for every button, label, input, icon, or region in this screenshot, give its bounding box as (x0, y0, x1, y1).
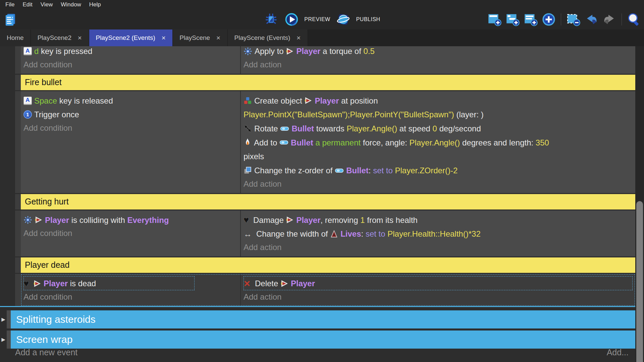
actions-cell: Apply to Player a torque of 0.5Add actio… (241, 46, 635, 74)
menu-bar: FileEditViewWindowHelp (0, 0, 644, 9)
add-circle-icon[interactable] (541, 12, 556, 27)
action-instruction[interactable]: ♥Damage Player, removing 1 from its heal… (244, 213, 633, 227)
add-condition-button[interactable]: Add condition (23, 121, 237, 135)
vertical-scrollbar[interactable] (635, 46, 644, 362)
collapse-arrow-icon[interactable]: ▶ (0, 330, 7, 349)
player-ship-icon (286, 216, 294, 224)
undo-icon[interactable] (584, 12, 599, 27)
close-icon[interactable]: ✕ (296, 35, 301, 41)
add-menu-button[interactable]: Add... (607, 348, 629, 357)
event-drag-handle[interactable] (15, 210, 21, 256)
group-title[interactable]: Screen wrap (11, 330, 635, 349)
action-instruction[interactable]: Add to Bullet a permanent force, angle: … (244, 135, 633, 149)
conditions-cell: ASpace key is released1Trigger onceAdd c… (21, 91, 241, 193)
add-condition-button[interactable]: Add condition (23, 290, 237, 304)
preview-button[interactable]: PREVIEW (284, 12, 330, 26)
add-new-event-button[interactable]: Add a new event (15, 348, 77, 357)
heart-icon: ♥ (23, 277, 31, 290)
menu-view[interactable]: View (37, 1, 57, 8)
add-action-button[interactable]: Add action (244, 290, 633, 304)
menu-edit[interactable]: Edit (18, 1, 36, 8)
close-icon[interactable]: ✕ (77, 35, 82, 41)
instruction-text: Add to (254, 138, 279, 147)
collapse-arrow-icon[interactable]: ▶ (0, 310, 7, 328)
comment-text[interactable]: Player dead (21, 257, 635, 273)
instruction-text: 0 (433, 124, 437, 133)
instruction-text: 0.5 (364, 47, 375, 56)
condition-instruction[interactable]: ♥Player is dead (23, 276, 195, 290)
event-drag-handle[interactable] (15, 257, 21, 273)
condition-instruction[interactable]: ASpace key is released (23, 94, 237, 108)
search-icon[interactable] (627, 12, 641, 27)
bullet-icon (280, 126, 289, 131)
action-instruction[interactable]: Create object Player at position (244, 94, 633, 108)
tab-playscene2-events-[interactable]: PlayScene2 (Events)✕ (89, 29, 173, 46)
bullet-icon (335, 168, 344, 173)
tab-home[interactable]: Home (0, 29, 31, 46)
add-action-button[interactable]: Add action (244, 241, 633, 254)
menu-help[interactable]: Help (85, 1, 105, 8)
comment-text[interactable]: Getting hurt (21, 194, 635, 209)
zorder-icon (244, 166, 252, 175)
group-drag-handle[interactable] (7, 330, 11, 349)
group-title[interactable]: Splitting asteroids (11, 310, 635, 328)
condition-instruction[interactable]: 1Trigger once (23, 107, 237, 121)
standard-event[interactable]: ASpace key is released1Trigger onceAdd c… (21, 91, 635, 193)
instruction-text: pixels (244, 152, 264, 161)
event-row: Player is colliding with EverythingAdd c… (0, 210, 635, 256)
condition-instruction[interactable]: Ad key is pressed (23, 46, 237, 58)
standard-event[interactable]: Ad key is pressedAdd conditionApply to P… (21, 46, 635, 74)
add-action-button[interactable]: Add action (244, 58, 633, 71)
action-instruction[interactable]: ↔Change the width of Lives: set to Playe… (244, 227, 633, 241)
menu-file[interactable]: File (1, 1, 18, 8)
project-manager-icon[interactable] (3, 12, 18, 27)
scrollbar-thumb[interactable] (636, 201, 643, 362)
group-drag-handle[interactable] (7, 310, 11, 328)
standard-event[interactable]: ♥Player is deadAdd condition✕Delete Play… (21, 274, 635, 306)
action-instruction[interactable]: Rotate Bullet towards Player.Angle() at … (244, 121, 633, 135)
instruction-text: Player (296, 47, 320, 56)
redo-icon[interactable] (602, 12, 617, 27)
event-drag-handle[interactable] (15, 46, 21, 74)
row-indent (0, 194, 15, 209)
publish-button[interactable]: PUBLISH (336, 12, 380, 26)
add-comment-icon[interactable] (523, 12, 538, 27)
publish-globe-icon (336, 12, 351, 26)
close-icon[interactable]: ✕ (161, 35, 166, 41)
event-drag-handle[interactable] (15, 274, 21, 306)
menu-window[interactable]: Window (57, 1, 85, 8)
add-condition-button[interactable]: Add condition (23, 58, 237, 71)
close-icon[interactable]: ✕ (216, 35, 220, 41)
tab-playscene2[interactable]: PlayScene2✕ (31, 29, 89, 46)
add-event-icon[interactable] (487, 12, 502, 27)
action-instruction[interactable]: Change the z-order of Bullet: set to Pla… (244, 163, 633, 177)
standard-event[interactable]: Player is colliding with EverythingAdd c… (21, 210, 635, 256)
actions-cell: ✕Delete PlayerAdd action (241, 274, 635, 306)
comment-text[interactable]: Fire bullet (21, 75, 635, 90)
toolbar: PREVIEW PUBLISH (0, 9, 644, 29)
event-drag-handle[interactable] (15, 75, 21, 90)
conditions-cell: ♥Player is deadAdd condition (21, 274, 241, 306)
debug-icon[interactable] (264, 12, 278, 27)
action-instruction[interactable]: Apply to Player a torque of 0.5 (244, 46, 633, 58)
add-subevent-icon[interactable] (505, 12, 520, 27)
tab-label: PlayScene (179, 34, 210, 42)
add-condition-button[interactable]: Add condition (23, 227, 237, 240)
event-drag-handle[interactable] (15, 194, 21, 209)
instruction-text: Lives (340, 229, 361, 238)
instruction-text: Player.PointX("BulletSpawn");Player.Poin… (244, 110, 454, 119)
action-instruction[interactable]: ✕Delete Player (244, 276, 633, 290)
tab-playscene[interactable]: PlayScene✕ (173, 29, 227, 46)
condition-instruction[interactable]: Player is colliding with Everything (23, 213, 237, 227)
instruction-text: Player (291, 279, 315, 288)
tab-playscene-events-[interactable]: PlayScene (Events)✕ (228, 29, 308, 46)
player-ship-icon (280, 280, 288, 288)
remove-event-icon[interactable] (566, 12, 581, 27)
action-instruction[interactable]: Player.PointX("BulletSpawn");Player.Poin… (244, 107, 633, 121)
event-drag-handle[interactable] (15, 91, 21, 193)
lives-ship-icon (330, 230, 338, 238)
instruction-text: 350 (536, 138, 549, 147)
add-action-button[interactable]: Add action (244, 177, 633, 191)
heart-icon: ♥ (244, 213, 251, 227)
action-instruction[interactable]: pixels (244, 149, 633, 163)
